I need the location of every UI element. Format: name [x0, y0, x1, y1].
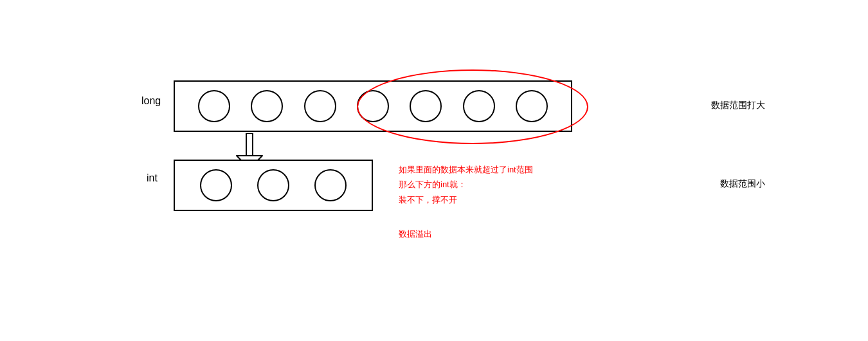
red-ellipse-highlight	[357, 69, 588, 144]
small-range-label: 数据范围小	[720, 178, 765, 190]
annotation-line3: 装不下，撑不开	[399, 192, 533, 207]
annotation-text: 如果里面的数据本来就超过了int范围 那么下方的int就： 装不下，撑不开	[399, 162, 533, 207]
overflow-label: 数据溢出	[399, 228, 432, 240]
long-type-label: long	[141, 95, 161, 107]
int-circle-2	[257, 169, 289, 201]
annotation-line2: 那么下方的int就：	[399, 177, 533, 192]
int-rectangle	[174, 160, 373, 211]
svg-rect-0	[246, 133, 253, 156]
long-circle-3	[304, 90, 336, 122]
long-circle-2	[251, 90, 283, 122]
diagram-container: long int 数据范围打大 数据范围小 如果里面的数据本来就超过了int范围…	[0, 0, 868, 341]
large-range-label: 数据范围打大	[711, 100, 765, 111]
int-circle-1	[200, 169, 232, 201]
int-circle-3	[314, 169, 347, 201]
annotation-line1: 如果里面的数据本来就超过了int范围	[399, 162, 533, 177]
int-type-label: int	[147, 172, 158, 184]
long-circle-1	[198, 90, 230, 122]
